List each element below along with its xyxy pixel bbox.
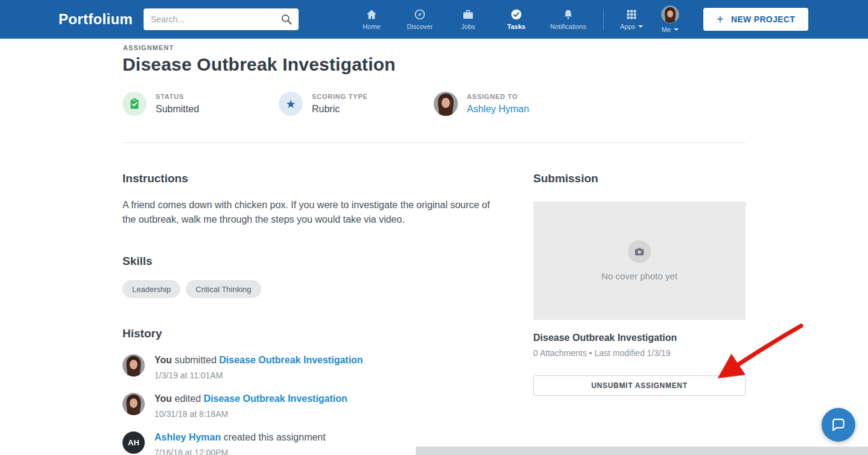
submission-meta: 0 Attachments • Last modified 1/3/19 (533, 348, 746, 358)
skills-chips: Leadership Critical Thinking (122, 280, 508, 298)
assignment-eyebrow: ASSIGNMENT (123, 44, 174, 51)
history-timestamp: 1/3/19 at 11:01AM (154, 371, 363, 380)
scoring-meta: ★ SCORING TYPE Rubric (279, 92, 368, 116)
nav-item-tasks[interactable]: Tasks (492, 0, 540, 39)
history-actor: You (154, 393, 172, 404)
instructions-body: A friend comes down with chicken pox. If… (122, 198, 496, 227)
history-line: You edited Disease Outbreak Investigatio… (154, 393, 347, 405)
skills-heading: Skills (122, 255, 508, 268)
status-icon-circle (122, 92, 147, 116)
camera-icon-circle (628, 240, 651, 263)
initials-avatar: AH (122, 431, 145, 454)
search-input[interactable] (144, 8, 299, 30)
nav-label: Notifications (550, 23, 586, 30)
skill-chip[interactable]: Leadership (122, 280, 180, 298)
new-project-label: NEW PROJECT (731, 14, 795, 24)
nav-item-discover[interactable]: Discover (396, 0, 444, 39)
history-object-link[interactable]: Disease Outbreak Investigation (219, 355, 363, 365)
tasks-icon (510, 8, 522, 21)
status-value: Submitted (156, 104, 199, 115)
status-label: STATUS (156, 93, 199, 100)
plus-icon: + (717, 13, 724, 25)
chevron-down-icon (674, 28, 679, 31)
history-action: created this assignment (224, 432, 326, 442)
history-list: You submitted Disease Outbreak Investiga… (122, 354, 508, 455)
nav-label: Discover (407, 23, 433, 30)
instructions-heading: Instructions (122, 172, 508, 185)
bell-icon (562, 8, 574, 21)
chevron-down-icon (638, 25, 643, 28)
portfolium-logo[interactable]: Portfolium (59, 11, 133, 28)
assigned-meta: ASSIGNED TO Ashley Hyman (434, 92, 529, 116)
nav-label: Home (363, 23, 380, 30)
history-item: You edited Disease Outbreak Investigatio… (122, 393, 508, 419)
scoring-value: Rubric (312, 104, 368, 115)
skill-chip[interactable]: Critical Thinking (186, 280, 261, 298)
history-heading: History (122, 327, 508, 340)
clipboard-check-icon (128, 97, 141, 110)
nav-item-me[interactable]: Me (651, 0, 689, 39)
nav-item-apps[interactable]: Apps (612, 0, 651, 39)
discover-icon (414, 8, 426, 21)
star-icon: ★ (285, 98, 296, 110)
assignment-page: ASSIGNMENT Disease Outbreak Investigatio… (0, 39, 868, 455)
apps-grid-icon (626, 8, 638, 21)
nav-label: Tasks (507, 23, 525, 30)
top-navbar: Portfolium Home Discover Jobs (0, 0, 868, 39)
nav-item-jobs[interactable]: Jobs (444, 0, 492, 39)
nav-item-home[interactable]: Home (347, 0, 396, 39)
footer-strip (416, 447, 868, 455)
nav-item-notifications[interactable]: Notifications (540, 0, 596, 39)
submission-panel: Submission No cover photo yet Disease Ou… (533, 172, 746, 396)
search-icon[interactable] (280, 13, 293, 25)
history-object-link[interactable]: Disease Outbreak Investigation (204, 393, 347, 404)
section-divider (122, 142, 746, 143)
search-box (144, 8, 299, 30)
me-label: Me (662, 26, 671, 33)
jobs-icon (462, 8, 474, 21)
nav-label: Jobs (461, 23, 475, 30)
history-line: Ashley Hyman created this assignment (154, 431, 326, 444)
camera-icon (633, 246, 645, 258)
me-avatar (661, 5, 679, 24)
history-timestamp: 10/31/18 at 8:18AM (154, 409, 347, 419)
home-icon (366, 8, 378, 21)
assigned-label: ASSIGNED TO (467, 93, 529, 100)
history-actor: You (154, 355, 172, 365)
history-action: submitted (174, 355, 216, 365)
history-line: You submitted Disease Outbreak Investiga… (154, 354, 363, 366)
unsubmit-assignment-button[interactable]: UNSUBMIT ASSIGNMENT (533, 375, 746, 396)
chat-bubble-icon (831, 417, 846, 433)
cover-placeholder-text: No cover photo yet (601, 271, 677, 281)
history-item: You submitted Disease Outbreak Investiga… (122, 354, 508, 380)
cover-photo-placeholder: No cover photo yet (533, 202, 746, 320)
history-timestamp: 7/16/18 at 12:00PM (154, 448, 326, 455)
primary-nav: Home Discover Jobs Tasks (347, 0, 596, 39)
apps-label: Apps (620, 23, 635, 30)
avatar (122, 354, 145, 377)
scoring-icon-circle: ★ (279, 92, 303, 116)
nav-right: Apps Me (612, 0, 689, 39)
submission-heading: Submission (533, 172, 746, 185)
history-action: edited (174, 393, 201, 404)
left-column: Instructions A friend comes down with ch… (122, 172, 508, 455)
submission-title: Disease Outbreak Investigation (533, 332, 746, 343)
assigned-avatar (434, 92, 458, 116)
history-actor-link[interactable]: Ashley Hyman (154, 432, 221, 442)
chat-launcher-button[interactable] (822, 408, 855, 442)
status-meta: STATUS Submitted (122, 92, 199, 116)
assigned-value-link[interactable]: Ashley Hyman (467, 104, 529, 115)
scoring-label: SCORING TYPE (312, 93, 368, 100)
new-project-button[interactable]: + NEW PROJECT (703, 8, 808, 31)
avatar (122, 393, 145, 415)
nav-divider (603, 9, 604, 30)
page-title: Disease Outbreak Investigation (122, 54, 396, 75)
